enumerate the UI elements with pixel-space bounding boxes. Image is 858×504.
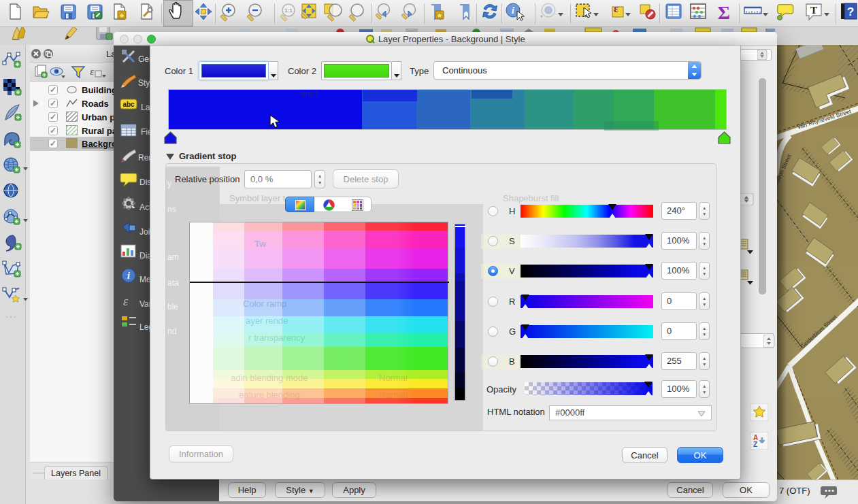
svg-text:T: T	[810, 5, 817, 16]
svg-text:?: ?	[847, 5, 854, 18]
svg-text:Σ: Σ	[718, 2, 730, 23]
svg-text:1:1: 1:1	[284, 7, 293, 14]
svg-text:ε: ε	[90, 66, 94, 77]
svg-text:i: i	[512, 5, 514, 16]
svg-text:Z: Z	[753, 441, 757, 448]
svg-text:ε: ε	[614, 3, 618, 14]
